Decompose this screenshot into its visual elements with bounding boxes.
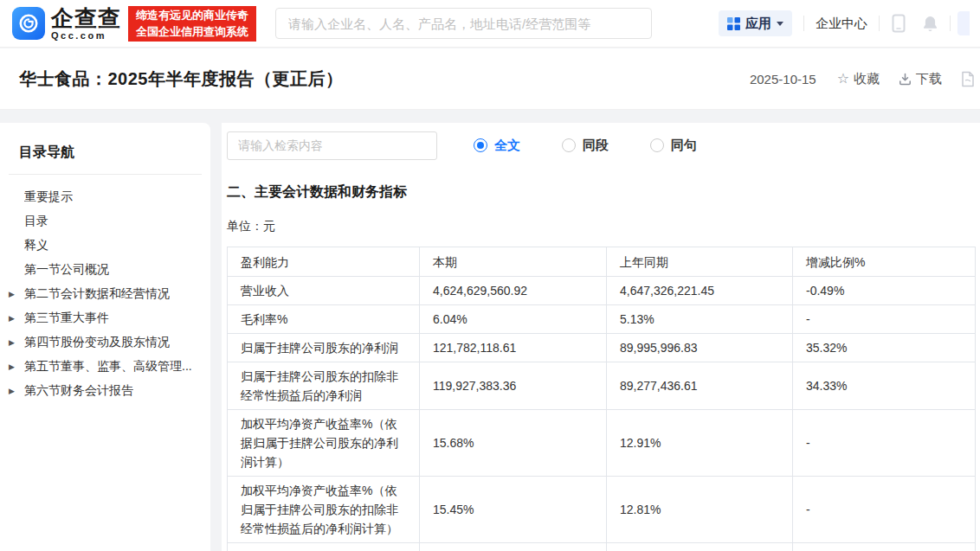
search-scope-radio[interactable]: 同段	[562, 138, 609, 154]
sidebar-item-label: 第一节公司概况	[24, 262, 109, 278]
search-scope-radio[interactable]: 同句	[650, 138, 697, 154]
table-cell: 12.91%	[607, 410, 793, 477]
table-cell: 营业收入	[228, 277, 420, 305]
sidebar-item[interactable]: ▶ 目录	[0, 209, 210, 234]
table-row: 加权平均净资产收益率%（依据归属于挂牌公司股东的净利润计算）15.68%12.9…	[228, 410, 976, 477]
sidebar-item-label: 第三节重大事件	[24, 311, 109, 326]
header-right: 应用 企业中心	[719, 10, 970, 36]
expand-arrow-icon[interactable]: ▶	[9, 290, 24, 298]
table-cell: 基本每股收益	[228, 543, 420, 551]
notification-bell-icon[interactable]	[922, 15, 938, 33]
apps-button[interactable]: 应用	[719, 10, 792, 36]
search-scope-radio[interactable]: 全文	[474, 138, 520, 154]
table-body: 营业收入4,624,629,560.924,647,326,221.45-0.4…	[228, 277, 976, 551]
table-row: 加权平均净资产收益率%（依归属于挂牌公司股东的扣除非经常性损益后的净利润计算）1…	[228, 477, 976, 543]
main-content: 全文 同段 同句 二、主要会计数据和财务指标 单位：元 盈利能力本期上年同期增减…	[222, 123, 980, 551]
table-cell: 12.81%	[607, 477, 793, 543]
page-title: 华士食品：2025年半年度报告（更正后）	[19, 67, 344, 91]
mobile-app-icon[interactable]	[891, 14, 906, 33]
table-cell: 89,995,996.83	[607, 334, 793, 362]
table-cell: 加权平均净资产收益率%（依据归属于挂牌公司股东的净利润计算）	[228, 410, 420, 477]
header-search-input[interactable]	[275, 8, 652, 39]
radio-label: 同句	[671, 138, 697, 154]
table-row: 营业收入4,624,629,560.924,647,326,221.45-0.4…	[228, 277, 976, 305]
toc-sidebar: 目录导航 ▶ 重要提示 ▶ 目录 ▶ 释义 ▶ 第一节公司概况 ▶ 第二节会计数…	[0, 123, 210, 551]
sidebar-item[interactable]: ▶ 重要提示	[0, 185, 210, 209]
favorite-button[interactable]: ☆ 收藏	[837, 71, 880, 87]
table-cell: 119,927,383.36	[420, 362, 607, 410]
toc-title: 目录导航	[0, 138, 210, 174]
qcc-logo[interactable]: 企查查 Qcc.com	[12, 7, 121, 41]
radio-label: 同段	[583, 138, 609, 154]
star-icon: ☆	[837, 72, 849, 86]
sidebar-item[interactable]: ▶ 第六节财务会计报告	[0, 379, 210, 403]
table-row: 归属于挂牌公司股东的净利润121,782,118.6189,995,996.83…	[228, 334, 976, 362]
table-cell: 5.13%	[607, 305, 793, 334]
table-cell: 4,624,629,560.92	[420, 277, 607, 305]
download-button[interactable]: 下载	[899, 71, 942, 87]
slogan-badge: 缔造有远见的商业传奇 全国企业信用查询系统	[128, 6, 256, 42]
divider	[803, 16, 804, 31]
table-cell: 89,277,436.61	[607, 362, 793, 410]
document-search-input[interactable]	[227, 131, 437, 160]
pdf-file-icon[interactable]	[961, 71, 975, 87]
sidebar-item-label: 第四节股份变动及股东情况	[24, 335, 170, 350]
table-cell: 121,782,118.61	[420, 334, 607, 362]
table-cell: 0.87	[607, 543, 793, 551]
table-cell: -	[793, 305, 976, 334]
download-icon	[899, 73, 912, 86]
sidebar-item[interactable]: ▶ 第三节重大事件	[0, 306, 210, 330]
table-header-cell: 盈利能力	[228, 247, 420, 277]
table-cell: 15.45%	[420, 477, 607, 543]
table-header-cell: 增减比例%	[793, 247, 976, 277]
top-header: 企查查 Qcc.com 缔造有远见的商业传奇 全国企业信用查询系统 应用 企业中…	[0, 0, 980, 48]
expand-arrow-icon[interactable]: ▶	[9, 387, 24, 395]
expand-arrow-icon[interactable]: ▶	[9, 362, 24, 371]
radio-label: 全文	[494, 138, 520, 154]
search-scope-radios: 全文 同段 同句	[474, 138, 697, 154]
sidebar-item[interactable]: ▶ 释义	[0, 234, 210, 258]
table-cell: 归属于挂牌公司股东的净利润	[228, 334, 420, 362]
sidebar-item-label: 第二节会计数据和经营情况	[24, 286, 170, 302]
sidebar-item[interactable]: ▶ 第二节会计数据和经营情况	[0, 282, 210, 306]
expand-arrow-icon[interactable]: ▶	[9, 338, 24, 347]
financial-table: 盈利能力本期上年同期增减比例% 营业收入4,624,629,560.924,64…	[227, 247, 976, 551]
radio-circle-icon	[474, 138, 487, 152]
table-cell: 归属于挂牌公司股东的扣除非经常性损益后的净利润	[228, 362, 420, 410]
table-cell: -	[793, 477, 976, 543]
divider	[9, 174, 202, 175]
enterprise-center-link[interactable]: 企业中心	[816, 16, 867, 32]
title-actions: 2025-10-15 ☆ 收藏 下载	[750, 71, 975, 87]
expand-arrow-icon[interactable]: ▶	[9, 314, 24, 323]
sidebar-item-label: 重要提示	[24, 189, 73, 205]
table-cell: 15.68%	[420, 410, 607, 477]
table-cell: 4,647,326,221.45	[607, 277, 793, 305]
radio-circle-icon	[650, 138, 664, 152]
report-date: 2025-10-15	[750, 72, 816, 86]
table-cell: 加权平均净资产收益率%（依归属于挂牌公司股东的扣除非经常性损益后的净利润计算）	[228, 477, 420, 543]
sidebar-item-label: 释义	[24, 238, 48, 253]
title-bar: 华士食品：2025年半年度报告（更正后） 2025-10-15 ☆ 收藏 下载	[0, 48, 980, 110]
divider	[950, 16, 951, 31]
sidebar-item[interactable]: ▶ 第一节公司概况	[0, 258, 210, 282]
qcc-logo-icon	[12, 7, 45, 40]
content-search-row: 全文 同段 同句	[227, 128, 975, 163]
radio-circle-icon	[562, 138, 576, 152]
table-row: 归属于挂牌公司股东的扣除非经常性损益后的净利润119,927,383.3689,…	[228, 362, 976, 410]
table-cell: -0.49%	[793, 277, 976, 305]
slogan-line1: 缔造有远见的商业传奇	[136, 7, 248, 23]
table-header-row: 盈利能力本期上年同期增减比例%	[228, 247, 976, 277]
table-row: 基本每股收益0.590.87-32.18%	[228, 543, 976, 551]
logo-domain: Qcc.com	[51, 31, 121, 41]
sidebar-item-label: 第五节董事、监事、高级管理...	[24, 359, 192, 375]
table-cell: 34.33%	[793, 362, 976, 410]
sidebar-item[interactable]: ▶ 第四节股份变动及股东情况	[0, 330, 210, 355]
favorite-label: 收藏	[854, 71, 880, 87]
download-label: 下载	[916, 71, 942, 87]
sidebar-item[interactable]: ▶ 第五节董事、监事、高级管理...	[0, 355, 210, 379]
section-title: 二、主要会计数据和财务指标	[227, 183, 975, 202]
table-cell: 0.59	[420, 543, 607, 551]
sidebar-item-label: 第六节财务会计报告	[24, 383, 133, 399]
cut-off-chip[interactable]	[957, 11, 970, 35]
sidebar-item-label: 目录	[24, 214, 48, 229]
